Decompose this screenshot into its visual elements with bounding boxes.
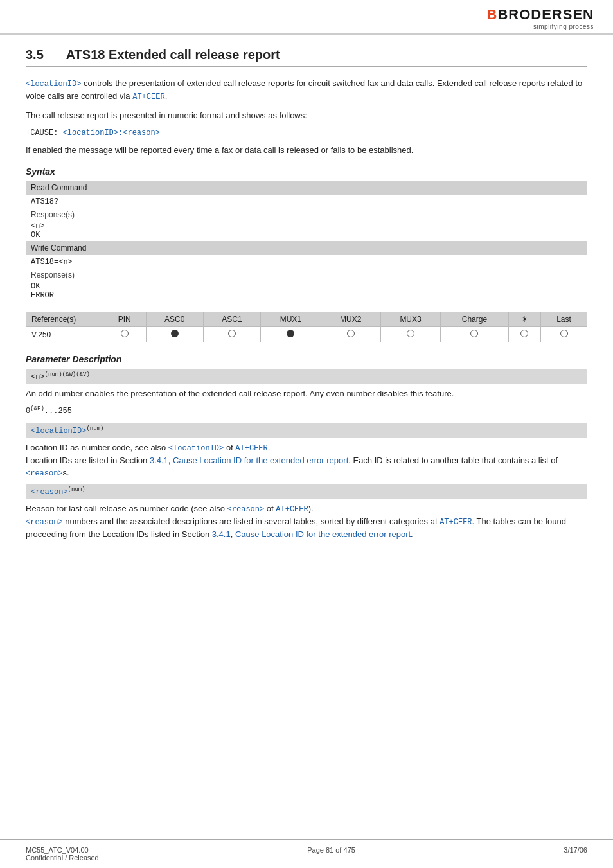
ref-pin-val — [103, 327, 147, 342]
circle-filled-asc0 — [171, 330, 179, 337]
read-command-label-row: Read Command — [26, 181, 587, 195]
write-responses-label: Response(s) — [26, 269, 587, 281]
col-charge-header: Charge — [441, 312, 508, 327]
page-footer: MC55_ATC_V04.00 Confidential / Released … — [0, 839, 613, 868]
write-command-label: Write Command — [26, 241, 587, 255]
param2-label-box: <locationID>(num) — [26, 423, 587, 438]
circle-empty-last — [560, 330, 568, 337]
section-number: 3.5 — [26, 48, 44, 62]
param-description-heading: Parameter Description — [26, 354, 587, 364]
reason-link-2[interactable]: <reason> — [227, 505, 265, 514]
circle-empty-asc1 — [228, 330, 236, 337]
ref-asc0-val — [146, 327, 203, 342]
section-title: ATS18 Extended call release report — [66, 48, 280, 62]
ats18-link[interactable]: <locationID> — [26, 80, 81, 89]
code-prefix: +CAUSE: — [26, 128, 63, 137]
circle-empty-charge — [470, 330, 478, 337]
read-command-code-row: ATS18? — [26, 195, 587, 209]
locationid-link[interactable]: <locationID> — [168, 444, 224, 453]
logo: BBRODERSEN simplifying process — [487, 6, 594, 30]
circle-empty-special — [520, 330, 528, 337]
footer-confidential: Confidential / Released — [26, 854, 99, 862]
write-command-code-row: ATS18=<n> — [26, 255, 587, 269]
logo-tagline: simplifying process — [487, 23, 594, 30]
circle-filled-mux1 — [287, 330, 294, 337]
reason-link-3[interactable]: <reason> — [26, 518, 63, 527]
para1-text: controls the presentation of extended ca… — [26, 78, 582, 101]
col-last-header: Last — [541, 312, 587, 327]
footer-center: Page 81 of 475 — [307, 846, 355, 862]
code-block: +CAUSE: <locationID>:<reason> — [26, 128, 587, 137]
read-response-row: <n> OK — [26, 220, 587, 241]
section-heading: 3.5 ATS18 Extended call release report — [26, 48, 587, 67]
write-command-code: ATS18=<n> — [26, 255, 587, 269]
code-location-reason: <locationID>:<reason> — [63, 128, 160, 137]
param1-desc: An odd number enables the presentation o… — [26, 387, 587, 400]
read-response-n: <n> OK — [26, 220, 587, 241]
param3-label-box: <reason>(num) — [26, 484, 587, 499]
ref-value-row: V.250 — [26, 327, 587, 342]
write-command-label-row: Write Command — [26, 241, 587, 255]
syntax-table: Read Command ATS18? Response(s) <n> OK W… — [26, 181, 587, 301]
ref-special-val — [508, 327, 540, 342]
at-ceer-link-4[interactable]: AT+CEER — [440, 518, 472, 527]
write-responses: OK ERROR — [26, 281, 587, 301]
circle-empty-pin — [121, 330, 129, 337]
ref-value: V.250 — [26, 327, 103, 342]
col-pin-header: PIN — [103, 312, 147, 327]
circle-empty-mux2 — [347, 330, 355, 337]
reference-table: Reference(s) PIN ASC0 ASC1 MUX1 MUX2 MUX… — [26, 312, 587, 342]
ref-mux3-val — [380, 327, 440, 342]
col-asc1-header: ASC1 — [203, 312, 260, 327]
footer-date: 3/17/06 — [564, 846, 587, 862]
param3-desc: Reason for last call release as number c… — [26, 502, 587, 541]
col-mux1-header: MUX1 — [261, 312, 321, 327]
logo-b: B — [487, 6, 498, 22]
ref-header-row: Reference(s) PIN ASC0 ASC1 MUX1 MUX2 MUX… — [26, 312, 587, 327]
read-command-code: ATS18? — [26, 195, 587, 209]
section-341-link-2[interactable]: 3.4.1 — [212, 529, 231, 539]
page: BBRODERSEN simplifying process 3.5 ATS18… — [0, 0, 613, 868]
param1-range: 0(&F)...255 — [26, 405, 587, 416]
param1-label-box: <n>(num)(&W)(&V) — [26, 369, 587, 384]
footer-doc-name: MC55_ATC_V04.00 — [26, 846, 99, 854]
write-response-row: OK ERROR — [26, 281, 587, 301]
paragraph-2: The call release report is presented in … — [26, 109, 587, 122]
ref-mux2-val — [321, 327, 380, 342]
main-content: 3.5 ATS18 Extended call release report <… — [0, 35, 613, 559]
ref-asc1-val — [203, 327, 260, 342]
col-mux3-header: MUX3 — [380, 312, 440, 327]
col-mux2-header: MUX2 — [321, 312, 380, 327]
col-asc0-header: ASC0 — [146, 312, 203, 327]
at-ceer-link-2[interactable]: AT+CEER — [235, 444, 267, 453]
at-ceer-link-1[interactable]: AT+CEER — [132, 93, 164, 102]
read-responses-label: Response(s) — [26, 209, 587, 220]
paragraph-1: <locationID> controls the presentation o… — [26, 77, 587, 103]
logo-brand: BBRODERSEN — [487, 6, 594, 23]
footer-left: MC55_ATC_V04.00 Confidential / Released — [26, 846, 99, 862]
ref-last-val — [541, 327, 587, 342]
write-responses-label-row: Response(s) — [26, 269, 587, 281]
section-341-link-1[interactable]: 3.4.1 — [150, 456, 168, 465]
col-special-header: ☀ — [508, 312, 540, 327]
ref-charge-val — [441, 327, 508, 342]
paragraph-3: If enabled the message will be reported … — [26, 144, 587, 157]
ref-mux1-val — [261, 327, 321, 342]
read-command-label: Read Command — [26, 181, 587, 195]
circle-empty-mux3 — [407, 330, 414, 337]
page-header: BBRODERSEN simplifying process — [0, 0, 613, 35]
ref-label-header: Reference(s) — [26, 312, 103, 327]
syntax-heading: Syntax — [26, 166, 587, 177]
read-responses-label-row: Response(s) — [26, 209, 587, 220]
param2-desc: Location ID as number code, see also <lo… — [26, 441, 587, 480]
cause-location-link-2[interactable]: Cause Location ID for the extended error… — [235, 529, 411, 539]
reason-link-1[interactable]: <reason> — [26, 469, 63, 478]
at-ceer-link-3[interactable]: AT+CEER — [276, 505, 308, 514]
cause-location-link-1[interactable]: Cause Location ID for the extended error… — [173, 456, 348, 465]
